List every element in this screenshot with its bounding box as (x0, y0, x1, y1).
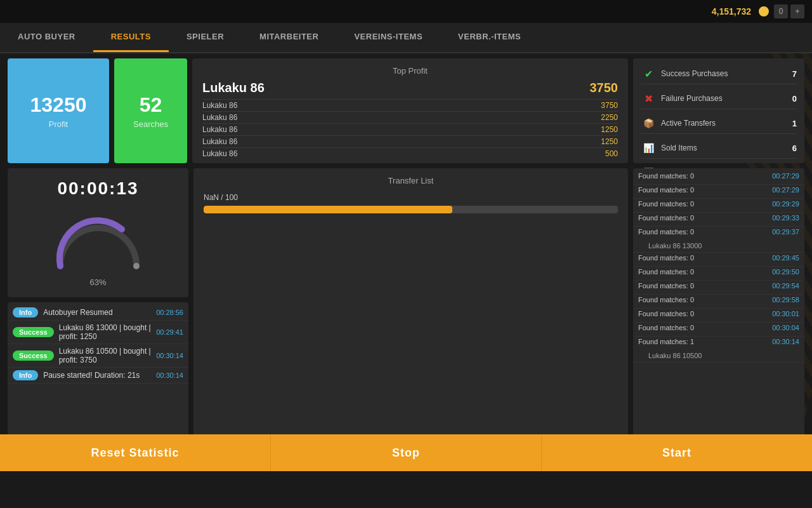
success-count: 7 (784, 69, 797, 79)
log-badge-success-1: Success (13, 327, 54, 337)
profit-label: Profit (49, 119, 68, 129)
active-transfers-count: 1 (784, 119, 797, 128)
active-transfers-icon: 📦 (641, 116, 656, 131)
searches-label: Searches (133, 119, 168, 129)
activity-sub-0: Lukaku 86 13000 (633, 241, 804, 252)
searches-card: 52 Searches (114, 58, 187, 163)
tab-auto-buyer[interactable]: AUTO BUYER (0, 23, 93, 52)
profit-row-4: Lukaku 86 500 (202, 147, 618, 159)
log-entry-3: Info Pause started! Duration: 21s 00:30:… (8, 368, 188, 384)
tab-mitarbeiter[interactable]: MITARBEITER (242, 23, 336, 52)
top-bar-actions: 0 + (774, 4, 804, 18)
profit-card: 13250 Profit (8, 58, 109, 163)
stop-button[interactable]: Stop (270, 434, 542, 471)
reset-statistic-button[interactable]: Reset Statistic (0, 434, 270, 471)
top-profit-main-name: Lukaku 86 (202, 81, 265, 95)
transfer-panel: Transfer List NaN / 100 (193, 168, 628, 466)
tab-vereins-items[interactable]: VEREINS-ITEMS (336, 23, 440, 52)
activity-row-9: Found matches: 0 00:30:04 (633, 323, 804, 337)
failure-label: Failure Purchases (661, 94, 779, 103)
activity-row-match2: Found matches: 1 00:30:14 Lukaku 86 1050… (633, 337, 804, 363)
top-profit-main: Lukaku 86 3750 (202, 81, 618, 95)
log-time-1: 00:29:41 (156, 328, 183, 336)
failure-count: 0 (784, 94, 797, 104)
nav-tabs: AUTO BUYER RESULTS SPIELER MITARBEITER V… (0, 23, 812, 53)
activity-row-match1: Found matches: 0 00:29:37 Lukaku 86 1300… (633, 227, 804, 253)
gauge-container (48, 209, 149, 272)
timer-panel: 00:00:13 63% (8, 168, 188, 297)
main-content: 13250 Profit 52 Searches Top Profit Luka… (0, 53, 812, 471)
activity-row-2: Found matches: 0 00:29:33 (633, 213, 804, 227)
coin-icon (759, 6, 769, 17)
activity-row-7: Found matches: 0 00:29:58 (633, 295, 804, 309)
stats-row-success: ✔ Success Purchases 7 (641, 64, 797, 84)
log-badge-success-2: Success (13, 351, 54, 361)
activity-row-0: Found matches: 0 00:27:29 (633, 185, 804, 199)
tab-spieler[interactable]: SPIELER (169, 23, 242, 52)
row1: 13250 Profit 52 Searches Top Profit Luka… (8, 58, 804, 163)
log-badge-info-0: Info (13, 307, 38, 318)
gauge-svg (48, 209, 149, 272)
stats-panel: ✔ Success Purchases 7 ✖ Failure Purchase… (633, 58, 804, 163)
stats-row-sold: 📊 Sold Items 6 (641, 138, 797, 159)
log-message-3: Pause started! Duration: 21s (43, 371, 151, 380)
activity-panel: Found matches: 0 00:27:29 Found matches:… (633, 168, 804, 466)
activity-row-6: Found matches: 0 00:29:54 (633, 281, 804, 295)
transfer-title: Transfer List (204, 176, 618, 185)
sold-items-count: 6 (784, 144, 797, 153)
log-entry-2: Success Lukaku 86 10500 | bought | profi… (8, 344, 188, 368)
activity-sub-1: Lukaku 86 10500 (633, 351, 804, 362)
success-label: Success Purchases (661, 69, 779, 78)
log-badge-info-3: Info (13, 370, 38, 380)
activity-scroll: Found matches: 0 00:27:29 Found matches:… (633, 171, 804, 464)
stats-row-failure: ✖ Failure Purchases 0 (641, 88, 797, 109)
searches-value: 52 (140, 93, 162, 117)
profit-row-0: Lukaku 86 3750 (202, 99, 618, 111)
coin-balance: 4,151,732 (712, 6, 751, 17)
progress-label: NaN / 100 (204, 193, 618, 202)
sold-items-icon: 📊 (641, 140, 656, 156)
top-profit-main-amount: 3750 (590, 81, 619, 95)
profit-row-1: Lukaku 86 2250 (202, 111, 618, 123)
start-button[interactable]: Start (542, 434, 812, 471)
top-profit-title: Top Profit (202, 66, 618, 76)
timer-display: 00:00:13 (57, 178, 138, 199)
failure-icon: ✖ (641, 91, 656, 106)
tab-verbr-items[interactable]: VERBR.-ITEMS (440, 23, 539, 52)
progress-bar-fill (204, 206, 452, 213)
row2: 00:00:13 63% (8, 168, 804, 466)
log-message-2: Lukaku 86 10500 | bought | profit: 3750 (59, 347, 152, 364)
sold-items-label: Sold Items (661, 144, 779, 152)
gauge-percent: 63% (89, 277, 106, 287)
log-entry-1: Success Lukaku 86 13000 | bought | profi… (8, 321, 188, 344)
action-bar: Reset Statistic Stop Start (0, 434, 812, 471)
log-time-2: 00:30:14 (156, 352, 183, 359)
activity-row-4: Found matches: 0 00:29:45 (633, 253, 804, 267)
profit-row-3: Lukaku 86 1250 (202, 135, 618, 147)
activity-row-5: Found matches: 0 00:29:50 (633, 267, 804, 281)
activity-row-8: Found matches: 0 00:30:01 (633, 309, 804, 323)
top-profit-box: Top Profit Lukaku 86 3750 Lukaku 86 3750… (192, 58, 628, 163)
active-transfers-label: Active Transfers (661, 119, 779, 128)
log-entry-0: Info Autobuyer Resumed 00:28:56 (8, 305, 188, 321)
log-message-0: Autobuyer Resumed (43, 308, 151, 317)
log-time-0: 00:28:56 (156, 309, 183, 316)
svg-point-0 (133, 263, 140, 269)
activity-row-1: Found matches: 0 00:29:29 (633, 199, 804, 213)
tab-results[interactable]: RESULTS (93, 23, 169, 52)
top-bar: 4,151,732 0 + (0, 0, 812, 23)
profit-value: 13250 (30, 93, 87, 117)
minus-button[interactable]: 0 (774, 4, 788, 18)
progress-bar-bg (204, 206, 618, 213)
success-icon: ✔ (641, 66, 656, 81)
log-message-1: Lukaku 86 13000 | bought | profit: 1250 (59, 323, 152, 341)
profit-row-2: Lukaku 86 1250 (202, 123, 618, 135)
stats-row-active: 📦 Active Transfers 1 (641, 113, 797, 134)
activity-row-pre: Found matches: 0 00:27:29 (633, 171, 804, 185)
plus-button[interactable]: + (790, 4, 804, 18)
log-time-3: 00:30:14 (156, 371, 183, 379)
